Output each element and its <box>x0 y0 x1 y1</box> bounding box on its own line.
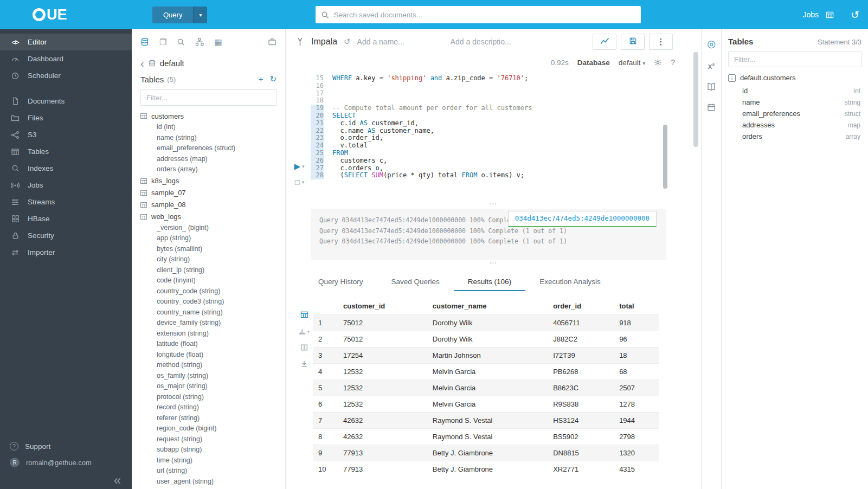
more-actions-button[interactable]: ⋮ <box>649 34 673 50</box>
assist-search-icon[interactable] <box>177 38 185 46</box>
sidebar-item-streams[interactable]: Streams <box>0 194 132 210</box>
save-button[interactable] <box>621 34 645 50</box>
assist-column[interactable]: _version_ (bigint) <box>140 223 285 234</box>
active-table-row[interactable]: i default.customers <box>728 72 861 85</box>
assist-column[interactable]: country_code (string) <box>140 286 285 297</box>
sidebar-collapse-button[interactable]: « <box>114 473 121 488</box>
snippet-history-icon[interactable]: ↺ <box>344 37 351 47</box>
results-table[interactable]: customer_idcustomer_nameorder_idtotal 17… <box>313 298 659 489</box>
assist-column[interactable]: device_family (string) <box>140 318 285 329</box>
assist-toggle-icon[interactable]: ◎ <box>707 38 716 50</box>
query-history-icon[interactable]: ↺ <box>851 9 859 21</box>
sidebar-item-tables[interactable]: Tables <box>0 143 132 160</box>
assist-column[interactable]: country_code3 (string) <box>140 297 285 307</box>
assist-column[interactable]: time (string) <box>140 455 285 466</box>
download-icon[interactable] <box>300 360 308 368</box>
assist-column[interactable]: subapp (string) <box>140 445 285 455</box>
assist-table[interactable]: customers <box>140 110 285 122</box>
sidebar-item-security[interactable]: Security <box>0 227 132 244</box>
assist-column[interactable]: city (string) <box>140 254 285 265</box>
execute-options-caret[interactable]: ▾ <box>302 164 305 169</box>
assist-column[interactable]: addresses (map) <box>140 154 285 165</box>
editor-scrollbar[interactable] <box>663 125 667 189</box>
assist-column[interactable]: code (tinyint) <box>140 275 285 286</box>
column-item[interactable]: addressesmap <box>728 119 861 131</box>
sidebar-item-editor[interactable]: </>Editor <box>0 34 132 50</box>
code-editor[interactable]: ▶ ▾ ◻ ▾ 1516171819202122232425262728 WHE… <box>286 70 701 201</box>
execute-button[interactable]: ▶ <box>294 162 300 171</box>
assist-table[interactable]: web_logs <box>140 211 285 223</box>
breadcrumb-database[interactable]: default <box>160 59 184 68</box>
grid-view-icon[interactable] <box>300 311 308 319</box>
assist-column[interactable]: latitude (float) <box>140 339 285 350</box>
settings-gear-icon[interactable] <box>654 59 662 67</box>
assist-column[interactable]: request (string) <box>140 434 285 445</box>
query-name-input[interactable] <box>357 37 444 46</box>
hue-logo[interactable]: UE <box>0 0 132 29</box>
tab-results-106[interactable]: Results (106) <box>454 273 525 291</box>
columns-icon[interactable] <box>300 344 308 351</box>
apps-grid-icon[interactable]: ▦ <box>214 38 222 46</box>
sidebar-item-support[interactable]: ? Support <box>10 438 122 454</box>
database-source-icon[interactable] <box>140 37 149 46</box>
resize-handle[interactable]: ⋯ <box>286 201 701 209</box>
sidebar-item-jobs[interactable]: Jobs <box>0 177 132 194</box>
assist-column[interactable]: url (string) <box>140 466 285 477</box>
assist-column[interactable]: app (string) <box>140 233 285 244</box>
sitemap-icon[interactable] <box>195 37 204 46</box>
assist-column[interactable]: os_family (string) <box>140 371 285 382</box>
tab-saved-queries[interactable]: Saved Queries <box>377 273 454 291</box>
result-format-caret[interactable]: ▾ <box>302 179 305 185</box>
add-table-icon[interactable]: + <box>259 74 263 84</box>
query-id-tooltip[interactable]: 034d413ec7474ed5:4249de1000000000 <box>508 211 657 227</box>
assist-column[interactable]: name (string) <box>140 133 285 144</box>
sidebar-item-files[interactable]: Files <box>0 110 132 126</box>
schedule-icon[interactable] <box>707 103 716 112</box>
right-assist-filter-input[interactable] <box>728 52 861 67</box>
assist-column[interactable]: longitude (float) <box>140 350 285 361</box>
sidebar-item-documents[interactable]: Documents <box>0 93 132 110</box>
query-description-input[interactable] <box>451 37 586 46</box>
query-button[interactable]: Query <box>152 7 193 23</box>
sidebar-item-s3[interactable]: S3 <box>0 126 132 143</box>
sidebar-item-indexes[interactable]: Indexes <box>0 160 132 177</box>
assist-column[interactable]: bytes (smallint) <box>140 244 285 255</box>
chart-view-icon[interactable]: ▾ <box>299 327 310 335</box>
sidebar-item-dashboard[interactable]: Dashboard <box>0 50 132 67</box>
refresh-icon[interactable]: ↻ <box>269 74 277 84</box>
column-item[interactable]: namestring <box>728 96 861 108</box>
documents-assist-icon[interactable]: ❐ <box>159 38 166 46</box>
assist-column[interactable]: orders (array) <box>140 164 285 175</box>
assist-column[interactable]: extension (string) <box>140 329 285 339</box>
jobs-icon[interactable] <box>825 11 834 19</box>
column-item[interactable]: idint <box>728 85 861 96</box>
database-selector[interactable]: default ▾ <box>619 59 645 67</box>
sidebar-item-importer[interactable]: Importer <box>0 244 132 261</box>
functions-icon[interactable]: x² <box>708 62 715 70</box>
chevron-left-icon[interactable]: ‹ <box>140 60 144 67</box>
search-input[interactable] <box>333 11 635 19</box>
sidebar-item-scheduler[interactable]: Scheduler <box>0 67 132 84</box>
assist-column[interactable]: client_ip (string) <box>140 265 285 276</box>
assist-column[interactable]: method (string) <box>140 360 285 371</box>
assist-table[interactable]: sample_08 <box>140 199 285 211</box>
tab-query-history[interactable]: Query History <box>304 273 377 291</box>
assist-table[interactable]: k8s_logs <box>140 175 285 187</box>
assist-column[interactable]: region_code (bigint) <box>140 423 285 434</box>
column-item[interactable]: email_preferencesstruct <box>728 108 861 119</box>
assist-column[interactable]: country_name (string) <box>140 307 285 318</box>
result-format-icon[interactable]: ◻ <box>294 178 300 186</box>
assist-column[interactable]: email_preferences (struct) <box>140 143 285 154</box>
assist-table[interactable]: sample_07 <box>140 187 285 199</box>
assist-column[interactable]: protocol (string) <box>140 392 285 403</box>
assist-column[interactable]: id (int) <box>140 122 285 133</box>
briefcase-icon[interactable] <box>268 37 277 46</box>
query-dropdown-button[interactable]: ▾ <box>193 7 207 23</box>
column-item[interactable]: ordersarray <box>728 131 861 142</box>
tab-execution-analysis[interactable]: Execution Analysis <box>525 273 615 291</box>
help-icon[interactable]: ? <box>671 58 675 67</box>
assist-column[interactable]: os_major (string) <box>140 381 285 392</box>
assist-column[interactable]: record (string) <box>140 402 285 413</box>
jobs-link[interactable]: Jobs <box>803 10 819 19</box>
sidebar-user[interactable]: R romain@gethue.com <box>10 454 122 471</box>
